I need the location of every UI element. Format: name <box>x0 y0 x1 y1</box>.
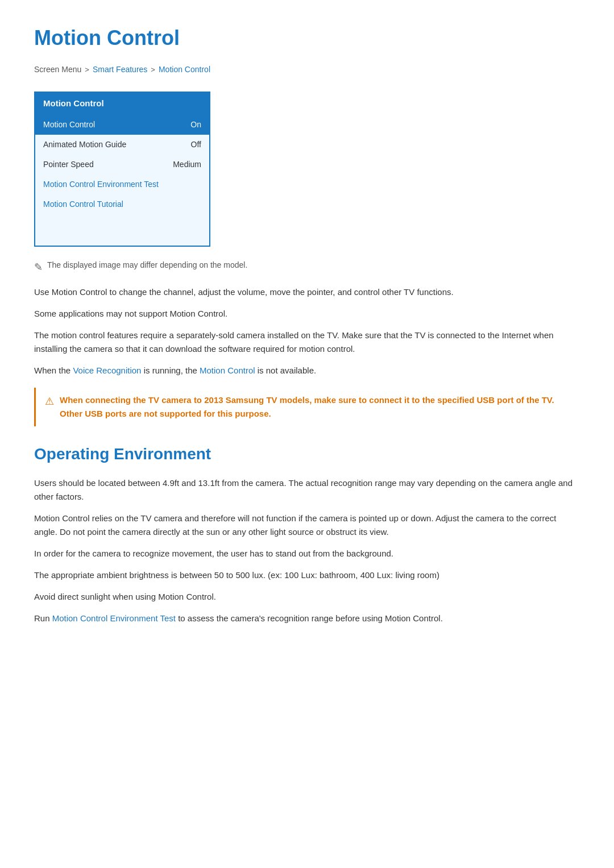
menu-item-motion-control-label: Motion Control <box>43 119 95 131</box>
op-env-last-after: to assess the camera's recognition range… <box>176 613 443 623</box>
menu-title: Motion Control <box>35 93 209 115</box>
menu-box: Motion Control Motion Control On Animate… <box>34 92 210 247</box>
breadcrumb-smart-features[interactable]: Smart Features <box>93 64 147 76</box>
voice-recognition-after: is not available. <box>255 366 317 375</box>
breadcrumb-sep-1: > <box>85 64 89 76</box>
note-text: The displayed image may differ depending… <box>47 259 247 271</box>
op-env-paragraph-4: The appropriate ambient brightness is be… <box>34 568 580 582</box>
menu-item-tutorial-label: Motion Control Tutorial <box>43 198 123 210</box>
environment-test-link[interactable]: Motion Control Environment Test <box>52 613 176 623</box>
voice-recognition-middle: is running, the <box>141 366 200 375</box>
voice-recognition-paragraph: When the Voice Recognition is running, t… <box>34 364 580 377</box>
body-paragraph-2: Some applications may not support Motion… <box>34 307 580 321</box>
warning-text: When connecting the TV camera to 2013 Sa… <box>60 393 571 421</box>
op-env-paragraph-3: In order for the camera to recognize mov… <box>34 547 580 560</box>
body-paragraph-1: Use Motion Control to change the channel… <box>34 285 580 299</box>
page-title: Motion Control <box>34 23 580 53</box>
menu-item-tutorial[interactable]: Motion Control Tutorial <box>35 194 209 214</box>
op-env-paragraph-1: Users should be located between 4.9ft an… <box>34 476 580 504</box>
voice-recognition-link[interactable]: Voice Recognition <box>73 366 141 375</box>
menu-item-pointer-speed-label: Pointer Speed <box>43 159 94 171</box>
note-row: ✎ The displayed image may differ dependi… <box>34 259 580 275</box>
op-env-paragraph-2: Motion Control relies on the TV camera a… <box>34 512 580 539</box>
menu-item-motion-control-value: On <box>190 119 201 131</box>
breadcrumb: Screen Menu > Smart Features > Motion Co… <box>34 64 580 76</box>
menu-item-environment-test[interactable]: Motion Control Environment Test <box>35 175 209 194</box>
breadcrumb-sep-2: > <box>151 64 155 76</box>
pencil-icon: ✎ <box>34 260 43 275</box>
op-env-last-before: Run <box>34 613 52 623</box>
breadcrumb-motion-control[interactable]: Motion Control <box>159 64 210 76</box>
warning-icon: ⚠ <box>45 394 54 409</box>
warning-box: ⚠ When connecting the TV camera to 2013 … <box>34 388 580 426</box>
menu-item-pointer-speed[interactable]: Pointer Speed Medium <box>35 155 209 175</box>
voice-recognition-before: When the <box>34 366 73 375</box>
menu-item-animated-motion-guide[interactable]: Animated Motion Guide Off <box>35 135 209 155</box>
breadcrumb-screen-menu: Screen Menu <box>34 64 81 76</box>
menu-item-pointer-speed-value: Medium <box>173 159 201 171</box>
op-env-last-paragraph: Run Motion Control Environment Test to a… <box>34 612 580 625</box>
menu-item-environment-test-label: Motion Control Environment Test <box>43 178 159 190</box>
motion-control-link[interactable]: Motion Control <box>200 366 255 375</box>
operating-environment-title: Operating Environment <box>34 442 580 466</box>
menu-item-animated-guide-label: Animated Motion Guide <box>43 139 126 151</box>
menu-item-animated-guide-value: Off <box>191 139 201 151</box>
body-paragraph-3: The motion control features require a se… <box>34 329 580 356</box>
op-env-paragraph-5: Avoid direct sunlight when using Motion … <box>34 590 580 604</box>
menu-item-motion-control[interactable]: Motion Control On <box>35 115 209 135</box>
